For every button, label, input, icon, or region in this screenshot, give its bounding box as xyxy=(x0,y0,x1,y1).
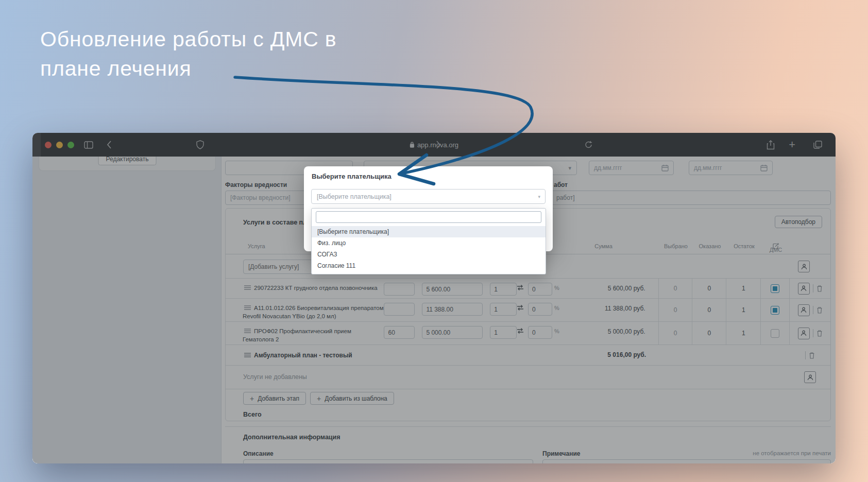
page-title: Обновление работы с ДМС в плане лечения xyxy=(40,25,336,83)
page-title-line2: плане лечения xyxy=(40,54,336,83)
dropdown-option[interactable]: Физ. лицо xyxy=(312,237,546,249)
browser-window: app.rnova.org + xyxy=(32,133,836,463)
forward-icon[interactable] xyxy=(41,133,836,157)
dropdown-search-input[interactable] xyxy=(316,211,541,223)
payer-select-placeholder: [Выберите плательщика] xyxy=(317,193,392,200)
dropdown-option[interactable]: [Выберите плательщика] xyxy=(312,226,546,237)
chevron-down-icon: ▾ xyxy=(538,194,540,199)
dropdown-option[interactable]: Согласие 111 xyxy=(312,260,546,271)
page-content: Редактировать ▾ ▾ дд.мм.гггг дд.мм.гггг xyxy=(32,157,836,463)
payer-select[interactable]: [Выберите плательщика] ▾ xyxy=(311,189,546,204)
payer-dropdown: [Выберите плательщика] Физ. лицо СОГАЗ С… xyxy=(311,208,546,274)
select-payer-modal: Выберите плательщика [Выберите плательщи… xyxy=(304,166,553,251)
modal-title: Выберите плательщика xyxy=(312,173,392,180)
browser-titlebar: app.rnova.org + xyxy=(32,133,836,157)
dropdown-option[interactable]: СОГАЗ xyxy=(312,249,546,260)
background: Обновление работы с ДМС в плане лечения xyxy=(0,0,868,482)
page-title-line1: Обновление работы с ДМС в xyxy=(40,25,336,54)
